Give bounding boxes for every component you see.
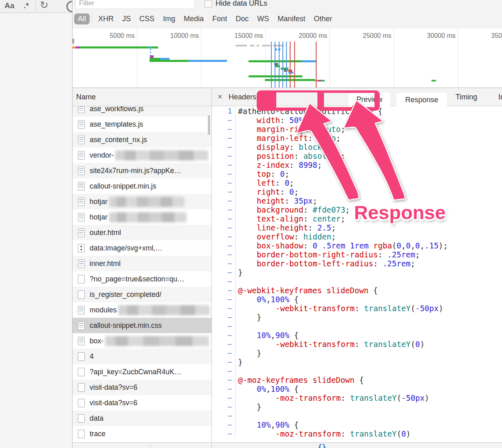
request-row[interactable]: site24x7rum-min.js?appKe… bbox=[73, 163, 211, 178]
request-row[interactable]: box- bbox=[73, 333, 211, 349]
code-text: border-bottom-right-radius: .25rem; bbox=[236, 250, 420, 259]
request-label: vendor- bbox=[90, 151, 114, 160]
response-source-viewer[interactable]: 1#athento-callout-notification {–width: … bbox=[212, 107, 502, 442]
code-text: box-shadow: 0 .5rem 1rem rgba(0,0,0,.15)… bbox=[236, 241, 448, 250]
close-detail-button[interactable]: × bbox=[218, 92, 222, 101]
request-label: ase_workflows.js bbox=[90, 106, 143, 113]
code-token: ; bbox=[411, 259, 415, 268]
request-row[interactable]: ?api_key=ZucbCwnaR4uK… bbox=[73, 364, 211, 380]
request-row[interactable]: data:image/svg+xml,… bbox=[73, 240, 211, 256]
code-token: margin-right bbox=[257, 125, 313, 134]
code-token: : bbox=[285, 196, 294, 205]
line-number: 1 bbox=[212, 107, 236, 116]
match-case-button[interactable]: Aa bbox=[4, 1, 14, 10]
code-line: –10%,90% { bbox=[212, 420, 502, 429]
filter-pill-css[interactable]: CSS bbox=[136, 13, 158, 24]
code-text: } bbox=[236, 402, 261, 411]
code-text: -moz-transform: translateY(0) bbox=[236, 429, 411, 438]
line-number: – bbox=[212, 393, 236, 402]
request-row[interactable]: ?no_page=true&section=qu… bbox=[73, 271, 211, 287]
devtools-window: Aa .* ↻ Hide data URLs AllXHRJSCSSImgMed… bbox=[0, 0, 502, 448]
filter-pill-media[interactable]: Media bbox=[180, 13, 207, 24]
filter-pill-bar: AllXHRJSCSSImgMediaFontDocWSManifestOthe… bbox=[74, 13, 337, 24]
line-number: – bbox=[212, 322, 236, 331]
file-doc-icon bbox=[78, 259, 85, 268]
ruler-tick-label: 25000 ms bbox=[355, 32, 392, 40]
code-token: { bbox=[368, 286, 378, 295]
tab-headers[interactable]: Headers bbox=[229, 93, 256, 101]
request-row[interactable]: is_register_completed/ bbox=[73, 287, 211, 302]
filter-pill-img[interactable]: Img bbox=[159, 13, 179, 24]
filter-pill-font[interactable]: Font bbox=[209, 13, 231, 24]
request-row[interactable]: 4 bbox=[73, 349, 211, 364]
tab-preview[interactable]: Preview bbox=[349, 92, 390, 108]
filter-pill-manifest[interactable]: Manifest bbox=[274, 13, 309, 24]
request-row[interactable]: ase_content_nx.js bbox=[73, 132, 211, 147]
pretty-print-button[interactable]: {} bbox=[318, 443, 326, 448]
request-row[interactable]: visit-data?sv=6 bbox=[73, 395, 211, 411]
regex-button[interactable]: .* bbox=[24, 1, 29, 10]
name-column-header[interactable]: Name bbox=[73, 88, 211, 106]
code-token: ( bbox=[411, 340, 415, 349]
request-row[interactable]: callout-snippet.min.js bbox=[73, 178, 211, 194]
clear-icon[interactable] bbox=[66, 1, 72, 12]
line-number: – bbox=[212, 384, 236, 393]
code-text: background: #fde073; bbox=[236, 205, 350, 214]
overview-corner-handle bbox=[73, 39, 74, 44]
request-row[interactable]: callout-snippet.min.css bbox=[73, 318, 211, 333]
code-text: } bbox=[236, 268, 242, 277]
request-row[interactable]: visit-data?sv=6 bbox=[73, 380, 211, 395]
network-filter-bar: Hide data URLs AllXHRJSCSSImgMediaFontDo… bbox=[73, 0, 502, 29]
timeline-overview[interactable]: 5000 ms10000 ms15000 ms20000 ms25000 ms3… bbox=[73, 29, 502, 88]
filter-pill-ws[interactable]: WS bbox=[253, 13, 273, 24]
code-token: , bbox=[420, 241, 425, 250]
scrollbar-thumb[interactable] bbox=[208, 115, 210, 135]
filter-pill-xhr[interactable]: XHR bbox=[95, 13, 117, 24]
code-text bbox=[236, 322, 238, 331]
hide-data-urls-checkbox[interactable] bbox=[205, 0, 212, 8]
file-blank-icon bbox=[78, 352, 85, 361]
request-label: ase_content_nx.js bbox=[90, 136, 147, 144]
tab-initiator[interactable]: Initiator bbox=[498, 93, 502, 101]
code-line: –0%,100% { bbox=[212, 295, 502, 304]
request-row[interactable]: vendor- bbox=[73, 147, 211, 163]
code-token: translateY bbox=[350, 429, 396, 438]
code-token: #athento-callout-notification { bbox=[238, 107, 383, 116]
code-token: 0 bbox=[406, 241, 410, 250]
tab-timing[interactable]: Timing bbox=[456, 93, 477, 101]
request-detail-column: × Headers Preview Response Timing Initia… bbox=[212, 88, 502, 448]
request-row[interactable]: data bbox=[73, 411, 211, 426]
request-row[interactable]: modules bbox=[73, 302, 211, 318]
code-token: { bbox=[289, 420, 299, 429]
filter-pill-js[interactable]: JS bbox=[119, 13, 134, 24]
code-token: .25rem bbox=[387, 250, 415, 259]
code-line: –line-height: 2.5; bbox=[212, 223, 502, 232]
code-line: –right: 0; bbox=[212, 187, 502, 196]
refresh-icon[interactable]: ↻ bbox=[40, 0, 48, 11]
code-token: 0 bbox=[401, 429, 406, 438]
waterfall-bar bbox=[76, 46, 80, 48]
tab-response[interactable]: Response bbox=[396, 93, 447, 107]
file-blank-icon bbox=[78, 383, 85, 392]
code-text bbox=[236, 277, 238, 286]
code-token: : bbox=[308, 134, 317, 143]
request-row[interactable]: trace bbox=[73, 426, 211, 441]
request-row[interactable]: hotjar bbox=[73, 209, 211, 225]
redacted-text bbox=[105, 336, 209, 346]
request-row[interactable]: outer.html bbox=[73, 225, 211, 240]
filter-input[interactable] bbox=[75, 0, 195, 9]
filter-pill-doc[interactable]: Doc bbox=[232, 13, 252, 24]
code-token: , bbox=[401, 241, 406, 250]
request-row[interactable]: ase_workflows.js bbox=[73, 106, 211, 116]
request-row[interactable]: hotjar bbox=[73, 194, 211, 209]
line-number: – bbox=[212, 304, 236, 313]
request-label: ?api_key=ZucbCwnaR4uK… bbox=[90, 368, 181, 376]
filter-pill-all[interactable]: All bbox=[74, 13, 90, 24]
waterfall-bar bbox=[152, 46, 158, 48]
code-text: 0%,100% { bbox=[236, 295, 299, 304]
filter-pill-other[interactable]: Other bbox=[310, 13, 336, 24]
code-token: hidden bbox=[303, 232, 331, 241]
request-row[interactable]: inner.html bbox=[73, 256, 211, 271]
code-token: } bbox=[238, 358, 242, 367]
request-row[interactable]: ase_templates.js bbox=[73, 116, 211, 132]
